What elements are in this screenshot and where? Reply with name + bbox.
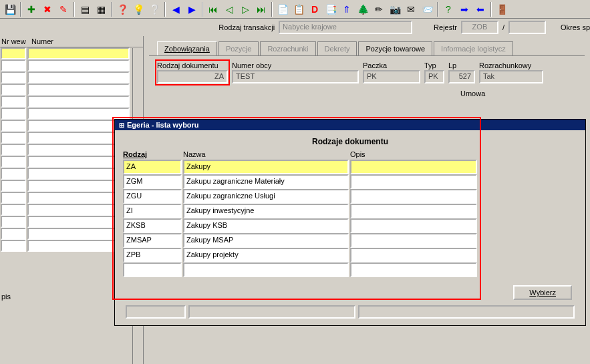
help-icon[interactable]: ❓ xyxy=(115,2,130,17)
tree-icon[interactable]: 🌲 xyxy=(355,2,370,17)
main-toolbar: 💾 ✚ ✖ ✎ ▤ ▦ ❓ 💡 ❔ ◀ ▶ ⏮ ◁ ▷ ⏭ 📄 📋 D 📑 ⇑ … xyxy=(0,0,590,19)
right-arrow-icon[interactable]: ▶ xyxy=(184,2,199,17)
paczka-label: Paczka xyxy=(363,61,420,69)
tab-zobowiazania[interactable]: Zobowiązania xyxy=(157,41,217,55)
tip-icon[interactable]: 💡 xyxy=(131,2,146,17)
popup-title: Egeria - lista wyboru xyxy=(115,120,585,130)
left-grid-header: Nr wew Numer xyxy=(0,36,143,47)
doc3-icon[interactable]: 📑 xyxy=(323,2,338,17)
pencil-icon[interactable]: ✏ xyxy=(372,2,386,17)
cell-rodzaj[interactable]: ZMSAP xyxy=(123,233,182,248)
cell-rodzaj[interactable]: ZKSB xyxy=(123,218,182,233)
cell-rodzaj[interactable]: ZI xyxy=(123,204,182,218)
cell-opis[interactable] xyxy=(350,233,477,248)
selection-popup: Egeria - lista wyboru Rodzaje dokumentu … xyxy=(114,119,586,326)
popup-status-bar xyxy=(120,303,580,321)
cell-nazwa[interactable]: Zakupy MSAP xyxy=(183,233,349,248)
cell-opis[interactable] xyxy=(350,160,477,174)
tab-informacje[interactable]: Informacje logistycz xyxy=(434,41,513,55)
popup-row[interactable]: ZKSBZakupy KSB xyxy=(123,218,577,233)
envelope-icon[interactable]: 📨 xyxy=(420,2,434,17)
cell-nazwa[interactable]: Zakupu zagraniczne Usługi xyxy=(183,189,349,204)
left-cell-nr[interactable] xyxy=(1,47,26,59)
numer-obcy-field[interactable]: TEST xyxy=(232,70,359,83)
popup-row[interactable]: ZMSAPZakupy MSAP xyxy=(123,233,577,248)
doc1-icon[interactable]: 📄 xyxy=(275,2,290,17)
cell-nazwa[interactable]: Zakupu zagraniczne Materiały xyxy=(183,174,349,189)
wybierz-button[interactable]: Wybierz xyxy=(513,285,572,300)
cell-nazwa[interactable] xyxy=(183,262,349,277)
cell-opis[interactable] xyxy=(350,189,477,204)
left-cell-num[interactable] xyxy=(27,47,130,59)
arrow-up-icon[interactable]: ⇑ xyxy=(339,2,354,17)
last-icon[interactable]: ⏭ xyxy=(254,2,269,17)
add-icon[interactable]: ✚ xyxy=(24,2,39,17)
nav-right-icon[interactable]: ➡ xyxy=(457,2,472,17)
popup-row[interactable] xyxy=(123,262,577,277)
nrwew-header: Nr wew xyxy=(1,37,31,45)
popup-row[interactable]: ZAZakupy xyxy=(123,160,577,174)
cell-opis[interactable] xyxy=(350,218,477,233)
popup-rows: ZAZakupyZGMZakupu zagraniczne MateriałyZ… xyxy=(120,160,580,277)
cell-opis[interactable] xyxy=(350,204,477,218)
popup-row[interactable]: ZGMZakupu zagraniczne Materiały xyxy=(123,174,577,189)
cell-opis[interactable] xyxy=(350,174,477,189)
delete-icon[interactable]: ✖ xyxy=(40,2,55,17)
tab-pozycje-towarowe[interactable]: Pozycje towarowe xyxy=(358,41,432,55)
rodzaj-dokumentu-label: Rodzaj dokumentu xyxy=(157,61,228,69)
cell-rodzaj[interactable]: ZA xyxy=(123,160,182,174)
popup-columns: Rodzaj Nazwa Opis xyxy=(120,149,580,160)
tab-pozycje[interactable]: Pozycje xyxy=(218,41,259,55)
rodzaj-dokumentu-field[interactable]: ZA xyxy=(157,70,228,83)
d-icon[interactable]: D xyxy=(307,2,322,17)
exit-icon[interactable]: 🚪 xyxy=(494,2,509,17)
cell-rodzaj[interactable]: ZPB xyxy=(123,248,182,262)
cell-nazwa[interactable]: Zakupy inwestycyjne xyxy=(183,204,349,218)
cell-rodzaj[interactable]: ZGM xyxy=(123,174,182,189)
rejestr-label: Rejestr xyxy=(434,23,457,31)
typ-field[interactable]: PK xyxy=(424,70,444,83)
typ-label: Typ xyxy=(424,61,444,69)
save-icon[interactable]: 💾 xyxy=(3,2,17,17)
paczka-field[interactable]: PK xyxy=(363,70,420,83)
cell-opis[interactable] xyxy=(350,262,477,277)
cell-rodzaj[interactable]: ZGU xyxy=(123,189,182,204)
mail-icon[interactable]: ✉ xyxy=(404,2,418,17)
pis-label: pis xyxy=(1,293,11,301)
tab-content: Rodzaj dokumentu ZA Numer obcy TEST Pacz… xyxy=(149,55,585,92)
col-rodzaj[interactable]: Rodzaj xyxy=(123,150,183,158)
umowa-label: Umowa xyxy=(460,89,485,98)
okres-label: Okres sp xyxy=(561,23,590,31)
play-icon[interactable]: ▷ xyxy=(238,2,253,17)
refresh-icon[interactable]: ❔ xyxy=(147,2,162,17)
rozrachunkowy-field[interactable]: Tak xyxy=(479,70,543,83)
cell-nazwa[interactable]: Zakupy projekty xyxy=(183,248,349,262)
rodzaj-transakcji-field[interactable]: Nabycie krajowe xyxy=(279,21,412,34)
tabs: Zobowiązania Pozycje Rozrachunki Dekrety… xyxy=(144,36,590,55)
slash-label: / xyxy=(502,23,504,31)
prev-icon[interactable]: ◁ xyxy=(222,2,237,17)
cell-nazwa[interactable]: Zakupy KSB xyxy=(183,218,349,233)
camera-icon[interactable]: 📷 xyxy=(388,2,402,17)
cell-nazwa[interactable]: Zakupy xyxy=(183,160,349,174)
popup-row[interactable]: ZPBZakupy projekty xyxy=(123,248,577,262)
grid2-icon[interactable]: ▦ xyxy=(94,2,108,17)
tab-dekrety[interactable]: Dekrety xyxy=(317,41,357,55)
grid1-icon[interactable]: ▤ xyxy=(78,2,92,17)
rejestr2-field[interactable] xyxy=(508,21,546,34)
popup-row[interactable]: ZIZakupy inwestycyjne xyxy=(123,204,577,218)
popup-row[interactable]: ZGUZakupu zagraniczne Usługi xyxy=(123,189,577,204)
rejestr-field[interactable]: ZOB xyxy=(461,21,498,34)
lp-field[interactable]: 527 xyxy=(448,70,475,83)
cell-opis[interactable] xyxy=(350,248,477,262)
first-icon[interactable]: ⏮ xyxy=(206,2,220,17)
question-icon[interactable]: ? xyxy=(441,2,456,17)
tab-rozrachunki[interactable]: Rozrachunki xyxy=(260,41,315,55)
numer-obcy-label: Numer obcy xyxy=(232,61,359,69)
clear-icon[interactable]: ✎ xyxy=(56,2,71,17)
doc2-icon[interactable]: 📋 xyxy=(291,2,306,17)
rozrachunkowy-label: Rozrachunkowy xyxy=(479,61,543,69)
nav-left-icon[interactable]: ⬅ xyxy=(473,2,488,17)
cell-rodzaj[interactable] xyxy=(123,262,182,277)
left-arrow-icon[interactable]: ◀ xyxy=(168,2,183,17)
